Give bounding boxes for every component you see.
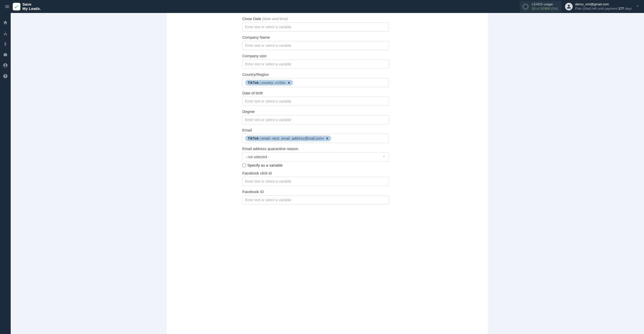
briefcase-icon — [3, 52, 8, 57]
form-panel: Close Date (date and time) Company Name … — [167, 13, 488, 334]
specify-variable-label: Specify as a variable — [247, 163, 283, 167]
field-company-name: Company Name — [242, 35, 389, 50]
sidebar-item-account[interactable] — [3, 63, 8, 68]
field-close-date: Close Date (date and time) — [242, 17, 389, 32]
input-company-size[interactable] — [242, 60, 389, 69]
chevron-down-icon — [382, 155, 386, 159]
hamburger-menu-button[interactable] — [3, 3, 11, 11]
logo-mark — [13, 3, 20, 10]
user-avatar-icon — [565, 3, 573, 10]
hamburger-icon — [5, 4, 10, 9]
check-icon — [14, 4, 19, 9]
chip-email[interactable]: TikTok | email: «test_email_address@mail… — [245, 136, 331, 141]
field-fb-click-id: Facebook click id — [242, 171, 389, 186]
specify-variable-checkbox[interactable] — [242, 164, 246, 167]
chevron-down-icon — [635, 4, 640, 8]
sitemap-icon — [3, 31, 8, 36]
input-company-name[interactable] — [242, 41, 389, 50]
input-close-date[interactable] — [242, 22, 389, 32]
info-icon — [522, 3, 529, 10]
label-company-name: Company Name — [242, 35, 389, 39]
dollar-icon — [3, 41, 8, 47]
main-area: Close Date (date and time) Company Name … — [11, 13, 644, 334]
user-circle-icon — [3, 63, 8, 68]
label-email: Email — [242, 128, 389, 132]
input-fb-click-id[interactable] — [242, 177, 389, 186]
input-dob[interactable] — [242, 97, 389, 106]
field-company-size: Company size — [242, 54, 389, 69]
user-email: demo_sml@gmail.com — [575, 2, 632, 7]
header-bar: Save My Leads. LEADS usage: 20 of 13'850… — [0, 0, 644, 13]
input-email[interactable]: TikTok | email: «test_email_address@mail… — [242, 134, 389, 143]
specify-variable-row[interactable]: Specify as a variable — [242, 163, 389, 167]
sidebar-item-briefcase[interactable] — [3, 52, 8, 57]
field-email: Email TikTok | email: «test_email_addres… — [242, 128, 389, 143]
sidebar — [0, 13, 11, 334]
field-quarantine: Email address quarantine reason - not se… — [242, 147, 389, 167]
user-menu[interactable]: demo_sml@gmail.com Plan |Start| left unt… — [565, 2, 632, 11]
help-icon — [3, 74, 8, 79]
sidebar-item-help[interactable] — [3, 74, 8, 79]
sidebar-item-home[interactable] — [3, 20, 8, 25]
chip-country[interactable]: TikTok | country: «USA» ✕ — [245, 80, 293, 85]
user-plan-line: Plan |Start| left until payment 177 days — [575, 7, 632, 11]
sidebar-item-billing[interactable] — [3, 41, 8, 47]
field-degree: Degree — [242, 109, 389, 124]
field-dob: Date of birth — [242, 91, 389, 106]
header-expand-button[interactable] — [634, 3, 641, 10]
field-fb-id: Facebook ID — [242, 190, 389, 205]
field-country: Country/Region TikTok | country: «USA» ✕ — [242, 72, 389, 87]
usage-values: 20 of 13'850 (0%) — [532, 7, 558, 11]
usage-label: LEADS usage: — [532, 2, 558, 7]
leads-usage-box[interactable]: LEADS usage: 20 of 13'850 (0%) — [520, 1, 561, 12]
label-dob: Date of birth — [242, 91, 389, 95]
label-close-date: Close Date (date and time) — [242, 17, 389, 21]
chip-remove-icon[interactable]: ✕ — [288, 81, 290, 85]
label-degree: Degree — [242, 109, 389, 114]
input-country[interactable]: TikTok | country: «USA» ✕ — [242, 78, 389, 87]
label-fb-id: Facebook ID — [242, 190, 389, 194]
home-icon — [3, 20, 8, 25]
label-country: Country/Region — [242, 72, 389, 77]
select-quarantine[interactable]: - not selected - — [242, 152, 389, 162]
chip-remove-icon[interactable]: ✕ — [326, 137, 329, 140]
brand-logo[interactable]: Save My Leads. — [13, 2, 41, 11]
input-degree[interactable] — [242, 115, 389, 124]
label-quarantine: Email address quarantine reason — [242, 147, 389, 151]
label-fb-click-id: Facebook click id — [242, 171, 389, 175]
select-value: - not selected - — [246, 155, 269, 159]
brand-text: Save My Leads. — [22, 2, 41, 11]
label-company-size: Company size — [242, 54, 389, 58]
input-fb-id[interactable] — [242, 195, 389, 205]
sidebar-item-connections[interactable] — [3, 31, 8, 36]
